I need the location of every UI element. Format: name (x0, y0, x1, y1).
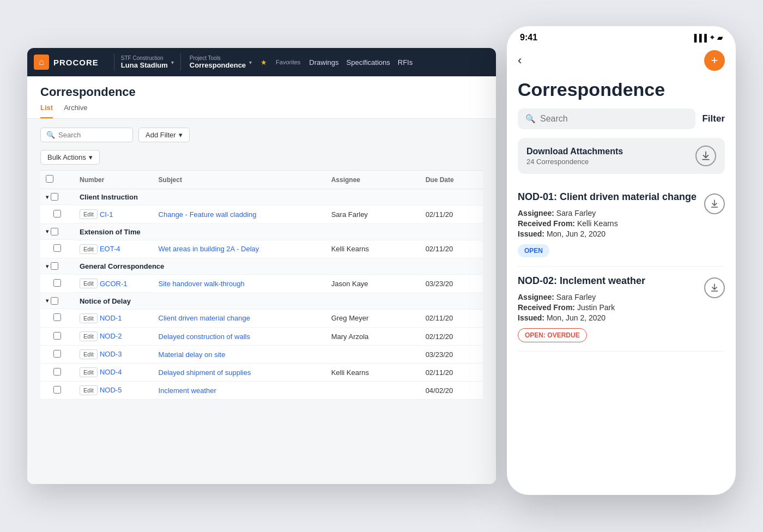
card-2-download-icon[interactable] (704, 277, 725, 298)
tool-dropdown-icon[interactable]: ▾ (249, 59, 252, 65)
edit-button[interactable]: Edit (80, 367, 98, 377)
row-edit-number: Edit CI-1 (74, 205, 153, 223)
toolbar: 🔍 Add Filter ▾ (40, 128, 483, 142)
search-input[interactable] (58, 131, 127, 139)
status-time: 9:41 (520, 33, 537, 43)
category-expand[interactable]: ▾ (40, 189, 74, 205)
back-button[interactable]: ‹ (518, 53, 522, 68)
card-2-assignee-value: Sara Farley (556, 293, 596, 301)
row-assignee: Greg Meyer (326, 309, 420, 328)
select-all-checkbox[interactable] (46, 175, 53, 183)
edit-button[interactable]: Edit (80, 331, 98, 341)
bulk-actions-button[interactable]: Bulk Actions ▾ (40, 150, 100, 165)
row-checkbox-cell (40, 328, 74, 346)
search-box[interactable]: 🔍 (40, 128, 133, 142)
category-checkbox[interactable] (51, 297, 58, 305)
category-expand[interactable]: ▾ (40, 224, 74, 240)
row-number-link[interactable]: CI-1 (100, 210, 113, 219)
page-tabs: List Archive (40, 104, 483, 118)
download-icon[interactable] (695, 146, 716, 166)
subject-link[interactable]: Material delay on site (159, 350, 226, 359)
add-filter-label: Add Filter (146, 131, 176, 139)
row-number-link[interactable]: NOD-5 (100, 386, 122, 394)
correspondence-card-2[interactable]: NOD-02: Inclement weather Assignee: Sara… (518, 267, 725, 352)
edit-button[interactable]: Edit (80, 385, 98, 395)
project-dropdown-icon[interactable]: ▾ (171, 59, 174, 65)
subject-link[interactable]: Delayed construction of walls (159, 332, 250, 341)
row-checkbox[interactable] (53, 244, 61, 252)
category-checkbox[interactable] (51, 262, 58, 270)
subject-link[interactable]: Wet areas in building 2A - Delay (159, 245, 259, 253)
download-attachments-item[interactable]: Download Attachments 24 Correspondence (518, 138, 725, 174)
mobile-search-box[interactable]: 🔍 (518, 108, 695, 129)
card-2-status-badge[interactable]: OPEN: OVERDUE (518, 328, 587, 342)
row-assignee: Jason Kaye (326, 275, 420, 293)
row-checkbox[interactable] (53, 210, 61, 217)
row-edit-number: Edit EOT-4 (74, 240, 153, 258)
card-1-download-icon[interactable] (704, 194, 725, 214)
nav-tool-selector[interactable]: Project Tools Correspondence (190, 55, 246, 69)
row-number-link[interactable]: EOT-4 (100, 245, 120, 253)
category-name: Extension of Time (74, 223, 483, 240)
mobile-search-input[interactable] (540, 114, 688, 124)
card-1-status-badge[interactable]: OPEN (518, 244, 549, 257)
subject-link[interactable]: Change - Feature wall cladding (159, 210, 257, 219)
category-expand[interactable]: ▾ (40, 258, 74, 274)
header-number: Number (74, 171, 153, 189)
row-edit-number: Edit GCOR-1 (74, 275, 153, 293)
table-row: Edit NOD-3 Material delay on site 03/23/… (40, 346, 483, 364)
category-row: ▾ Client Instruction (40, 189, 483, 205)
category-expand[interactable]: ▾ (40, 293, 74, 309)
row-number-link[interactable]: GCOR-1 (100, 280, 128, 288)
add-filter-button[interactable]: Add Filter ▾ (138, 128, 190, 142)
row-number-link[interactable]: NOD-3 (100, 350, 122, 358)
subject-link[interactable]: Inclement weather (159, 386, 216, 395)
category-row: ▾ General Correspondence (40, 258, 483, 275)
row-number-link[interactable]: NOD-1 (100, 314, 122, 322)
table-row: Edit NOD-1 Client driven material change… (40, 309, 483, 328)
card-2-issued-value: Mon, Jun 2, 2020 (547, 313, 605, 322)
category-name: Client Instruction (74, 189, 483, 205)
category-checkbox[interactable] (51, 193, 58, 201)
table-row: Edit GCOR-1 Site handover walk-through J… (40, 275, 483, 293)
fav-specifications[interactable]: Specifications (347, 58, 390, 66)
tab-archive[interactable]: Archive (64, 104, 87, 118)
row-edit-number: Edit NOD-5 (74, 382, 153, 400)
status-bar: 9:41 ▐▐▐ ⌖ ▰ (507, 26, 736, 46)
subject-link[interactable]: Site handover walk-through (159, 280, 245, 288)
row-checkbox[interactable] (53, 368, 61, 376)
subject-link[interactable]: Client driven material change (159, 314, 250, 322)
row-subject: Wet areas in building 2A - Delay (153, 240, 326, 258)
row-number-link[interactable]: NOD-2 (100, 332, 122, 340)
subject-link[interactable]: Delayed shipment of supplies (159, 368, 251, 377)
filter-dropdown-icon: ▾ (179, 131, 183, 139)
edit-button[interactable]: Edit (80, 244, 98, 254)
nav-project-name: Luna Stadium (121, 61, 168, 69)
home-icon[interactable]: ⌂ (34, 55, 49, 70)
edit-button[interactable]: Edit (80, 313, 98, 323)
row-checkbox[interactable] (53, 332, 61, 340)
table-area: 🔍 Add Filter ▾ Bulk Actions ▾ (27, 119, 496, 408)
correspondence-card-1[interactable]: NOD-01: Client driven material change As… (518, 183, 725, 267)
tab-list[interactable]: List (40, 104, 53, 118)
nav-project-selector[interactable]: STF Construction Luna Stadium (121, 55, 168, 69)
row-checkbox[interactable] (53, 279, 61, 287)
row-checkbox[interactable] (53, 313, 61, 321)
mobile-search-bar: 🔍 Filter (507, 108, 736, 138)
page-title: Correspondence (40, 85, 483, 99)
row-checkbox[interactable] (53, 350, 61, 358)
fav-drawings[interactable]: Drawings (309, 58, 338, 66)
mobile-filter-label[interactable]: Filter (702, 113, 725, 124)
row-checkbox[interactable] (53, 386, 61, 394)
fav-rfis[interactable]: RFIs (398, 58, 413, 66)
category-checkbox[interactable] (51, 228, 58, 235)
edit-button[interactable]: Edit (80, 279, 98, 288)
wifi-icon: ⌖ (710, 33, 714, 42)
top-nav: ⌂ PROCORE STF Construction Luna Stadium … (27, 48, 496, 76)
nav-logo-text: PROCORE (53, 58, 99, 67)
row-number-link[interactable]: NOD-4 (100, 368, 122, 376)
edit-button[interactable]: Edit (80, 209, 98, 219)
edit-button[interactable]: Edit (80, 349, 98, 359)
add-button[interactable]: + (704, 50, 725, 71)
favorites-label: Favorites (276, 59, 300, 65)
